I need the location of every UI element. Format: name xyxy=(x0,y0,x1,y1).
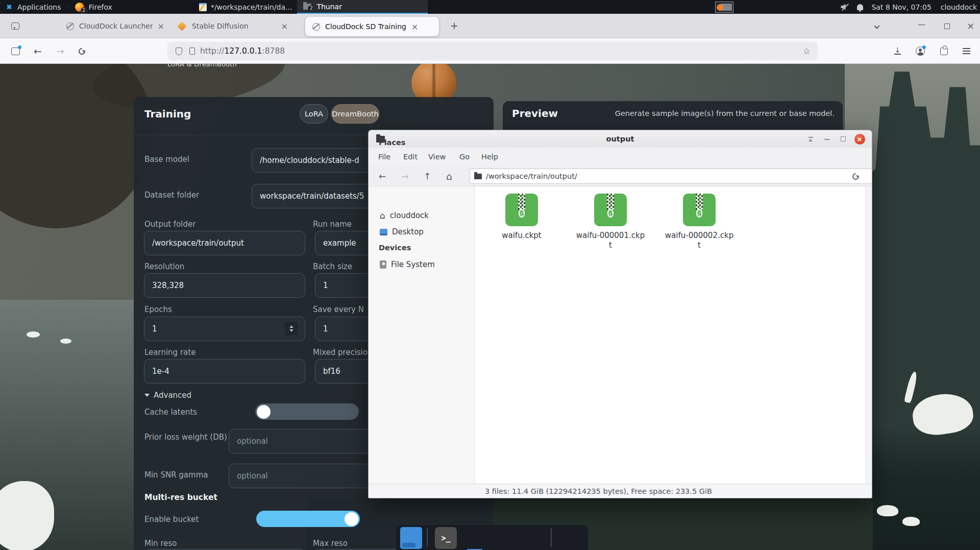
tab-close-icon[interactable]: × xyxy=(281,21,288,31)
menu-edit[interactable]: Edit xyxy=(403,153,418,161)
tray-screen-indicator[interactable] xyxy=(715,0,733,14)
notifications-bell-icon[interactable] xyxy=(857,4,863,10)
menu-hamburger-icon[interactable] xyxy=(963,38,970,64)
cache-latents-toggle[interactable] xyxy=(255,403,359,420)
nav-forward-button[interactable]: → xyxy=(401,166,408,186)
show-desktop-icon[interactable] xyxy=(400,527,422,549)
nav-home-button[interactable]: ⌂ xyxy=(446,166,452,186)
lora-mode-button[interactable]: LoRA xyxy=(300,104,328,124)
dataset-folder-label: Dataset folder xyxy=(144,190,199,200)
prior-loss-label: Prior loss weight (DB) xyxy=(144,432,231,443)
thunar-taskbar-item[interactable]: 2 Thunar xyxy=(297,0,428,14)
url-scheme: http:// xyxy=(200,46,224,56)
back-button[interactable]: ← xyxy=(34,38,42,64)
firefox-view-icon[interactable] xyxy=(11,22,19,30)
status-text: 3 files: 11.4 GiB (12294214235 bytes), F… xyxy=(485,487,712,495)
browser-tab-bar: CloudDock Launcher × Stable Diffusion × … xyxy=(0,14,980,38)
training-title: Training xyxy=(144,108,191,120)
min-reso-label: Min reso xyxy=(144,539,177,548)
scrollbar[interactable] xyxy=(866,186,872,484)
thunar-sidebar: Places ⌂ clouddock Desktop Devices File … xyxy=(369,186,475,484)
editor-task-label: */workspace/train/da... xyxy=(211,3,292,11)
window-minimize-button[interactable]: — xyxy=(918,20,925,29)
resolution-input[interactable] xyxy=(144,273,305,298)
tab-clouddock-sd-training[interactable]: CloudDock SD Training × xyxy=(305,17,439,36)
bookmark-star-icon[interactable]: ☆ xyxy=(803,46,811,56)
file-name: waifu-000001.ckpt xyxy=(576,231,645,250)
folder-icon xyxy=(376,136,385,142)
wallpaper-swan-bottom-1 xyxy=(877,505,898,516)
firefox-taskbar-item[interactable]: 2 Firefox xyxy=(75,0,112,14)
menu-view[interactable]: View xyxy=(428,153,446,161)
screen-capture-tray-icon xyxy=(715,2,733,13)
user-menu[interactable]: clouddock xyxy=(941,0,977,14)
sidebar-item-file-system[interactable]: File System xyxy=(380,260,435,269)
epochs-stepper[interactable] xyxy=(285,322,298,336)
url-port: :8788 xyxy=(262,46,285,56)
thunar-file-view[interactable]: waifu.ckpt waifu-000001.ckpt waifu-00000… xyxy=(475,186,866,484)
account-icon[interactable] xyxy=(916,38,925,64)
wallpaper-swan-big-left xyxy=(0,481,54,550)
file-item-waifu-000001-ckpt[interactable]: waifu-000001.ckpt xyxy=(572,194,649,250)
nav-up-button[interactable]: ↑ xyxy=(424,166,431,186)
menu-go[interactable]: Go xyxy=(459,153,470,161)
shield-icon[interactable] xyxy=(176,47,182,55)
close-button[interactable]: × xyxy=(852,130,867,148)
volume-muted-icon[interactable] xyxy=(841,3,850,11)
dreambooth-mode-button[interactable]: DreamBooth xyxy=(331,104,379,124)
refresh-button[interactable] xyxy=(852,166,859,186)
separator-dots: ⋮ xyxy=(65,4,71,10)
stable-diffusion-favicon xyxy=(177,21,186,31)
reload-button[interactable] xyxy=(79,38,85,64)
tab-close-icon[interactable]: × xyxy=(158,21,164,31)
restore-button[interactable] xyxy=(837,130,849,148)
window-close-button[interactable]: × xyxy=(967,20,974,31)
thunar-window-title: output xyxy=(369,135,872,143)
terminal-icon[interactable]: >_ xyxy=(435,527,457,549)
menu-file[interactable]: File xyxy=(378,153,390,161)
minimize-button[interactable]: − xyxy=(821,130,833,148)
epochs-input[interactable] xyxy=(144,317,305,341)
file-item-waifu-000002-ckpt[interactable]: waifu-000002.ckpt xyxy=(661,194,738,250)
sidebar-item-clouddock[interactable]: ⌂ clouddock xyxy=(380,211,429,220)
sidebar-toggle-icon[interactable] xyxy=(11,38,20,64)
applications-menu[interactable]: Applications xyxy=(0,0,61,14)
window-maximize-button[interactable] xyxy=(944,23,950,29)
sidebar-item-desktop[interactable]: Desktop xyxy=(380,227,424,236)
resolution-label: Resolution xyxy=(144,262,184,271)
tab-clouddock-launcher[interactable]: CloudDock Launcher × xyxy=(60,14,164,38)
run-name-label: Run name xyxy=(313,220,352,229)
drive-icon xyxy=(380,260,386,269)
wallpaper-swan-small-2 xyxy=(60,339,71,344)
thunar-titlebar[interactable]: output − × xyxy=(369,130,872,148)
stepper-down-icon[interactable] xyxy=(289,329,293,332)
tab-stable-diffusion[interactable]: Stable Diffusion × xyxy=(172,14,299,38)
file-item-waifu-ckpt[interactable]: waifu.ckpt xyxy=(483,194,560,241)
new-tab-button[interactable]: + xyxy=(450,20,458,31)
thunar-statusbar: 3 files: 11.4 GiB (12294214235 bytes), F… xyxy=(369,484,872,498)
sidebar-item-label: Desktop xyxy=(392,227,424,236)
enable-bucket-toggle[interactable] xyxy=(256,511,360,527)
list-tabs-chevron-icon[interactable] xyxy=(875,24,879,28)
forward-button[interactable]: → xyxy=(56,38,64,64)
page-info-icon[interactable] xyxy=(189,47,195,55)
thunar-badge: 2 xyxy=(308,5,314,12)
preview-description: Generate sample image(s) from the curren… xyxy=(615,109,835,117)
menu-help[interactable]: Help xyxy=(481,153,498,161)
stepper-up-icon[interactable] xyxy=(289,325,293,328)
advanced-collapse-toggle[interactable]: Advanced xyxy=(144,391,191,400)
path-field[interactable]: /workspace/train/output/ xyxy=(470,169,872,184)
dock-separator xyxy=(427,528,428,547)
path-text: /workspace/train/output/ xyxy=(486,172,577,180)
url-bar[interactable]: http://127.0.0.1:8788 ☆ xyxy=(167,42,818,60)
learning-rate-input[interactable] xyxy=(144,359,305,384)
desktop: LoRA & DreamBooth Training LoRA DreamBoo… xyxy=(0,0,980,550)
editor-taskbar-item[interactable]: */workspace/train/da... xyxy=(194,0,298,14)
output-folder-input[interactable] xyxy=(144,231,305,255)
nav-back-button[interactable]: ← xyxy=(379,166,386,186)
extensions-puzzle-icon[interactable] xyxy=(940,38,948,64)
tab-close-icon[interactable]: × xyxy=(411,22,418,32)
shade-button[interactable] xyxy=(804,130,817,148)
download-icon[interactable]: ↓ xyxy=(894,38,901,64)
clock[interactable]: Sat 8 Nov, 07:05 xyxy=(871,0,931,14)
